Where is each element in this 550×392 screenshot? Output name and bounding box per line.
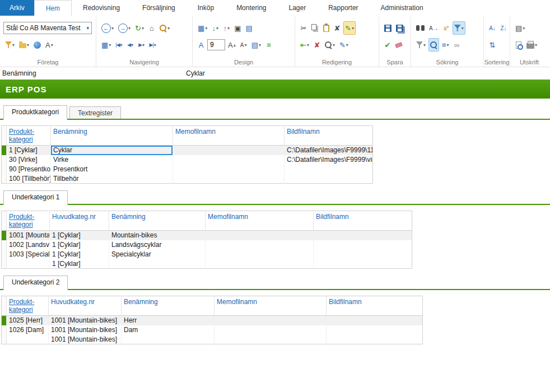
find-button[interactable] [414,21,426,35]
cell-benamning[interactable]: Virke [51,155,173,165]
cell-produktkategori[interactable] [7,335,49,344]
split-panel-button[interactable]: ▤ [244,21,254,35]
cell-huvudkategnr[interactable]: 1001 [Mountain-bikes] [49,316,122,325]
cell-benamning-selected[interactable]: Cyklar [51,146,173,155]
cell-memofilnamn[interactable] [215,325,327,335]
menu-forsaljning[interactable]: Försäljning [131,0,187,16]
row-marker[interactable] [2,155,7,165]
cell-memofilnamn[interactable] [206,240,314,250]
row-marker[interactable] [2,231,7,240]
cell-produktkategori[interactable]: 100 [Tillbehör] [7,174,51,184]
column-down-button[interactable]: ↓▾ [210,21,220,35]
column-header-produktkategori[interactable]: Produkt-kategori [7,211,50,231]
menu-hem[interactable]: Hem [34,0,72,16]
sort-ascending-button[interactable]: A↓ [487,21,497,35]
row-marker[interactable] [2,259,7,269]
refresh-button[interactable]: ↻▾ [133,21,146,35]
cell-huvudkategnr[interactable]: 1001 [Mountain-bikes] [49,325,122,335]
cell-bildfilnamn[interactable]: C:\Datafiler\Images\F9999\11. [285,146,373,155]
find-edit-button[interactable]: ▾ [323,38,337,52]
cell-bildfilnamn[interactable] [314,240,412,250]
back-button[interactable]: ←▾ [100,21,115,35]
cell-huvudkategnr[interactable]: 1 [Cyklar] [50,250,109,259]
paste-button[interactable] [321,21,331,35]
column-header-produktkategori[interactable]: Produkt-kategori [7,296,49,316]
cell-produktkategori[interactable]: 90 [Presentkor [7,165,51,174]
discard-button[interactable] [394,38,404,52]
save-all-button[interactable] [394,21,405,35]
wildcard-button[interactable]: a* [441,21,451,35]
cell-memofilnamn[interactable] [173,174,285,184]
cell-benamning[interactable]: Presentkort [51,165,173,174]
cell-produktkategori[interactable]: 1003 [Specialc [7,250,50,259]
first-record-button[interactable]: |◀▾ [114,38,124,52]
cell-bildfilnamn[interactable] [314,250,412,259]
row-marker[interactable] [2,325,7,335]
column-header-bildfilnamn[interactable]: Bildfilnamn [314,211,412,231]
layout-button[interactable]: ▤▾ [250,38,263,52]
cell-produktkategori[interactable] [7,259,50,269]
cell-huvudkategnr[interactable]: 1 [Cyklar] [50,259,109,269]
cell-memofilnamn[interactable] [206,250,314,259]
cell-bildfilnamn[interactable] [327,335,423,344]
menu-redovisning[interactable]: Redovisning [72,0,131,16]
forward-button[interactable]: →▾ [116,21,132,35]
column-header-bildfilnamn[interactable]: Bildfilnamn [285,126,373,146]
previous-record-button[interactable]: ◀▾ [125,38,136,52]
print-button[interactable]: ▾ [525,38,539,52]
column-header-benamning[interactable]: Benämning [122,296,215,316]
cell-produktkategori[interactable]: 1001 [Mountai [7,231,50,240]
search-button[interactable] [428,38,439,52]
menu-administration[interactable]: Administration [370,0,435,16]
cell-bildfilnamn[interactable] [327,316,423,325]
cell-benamning[interactable]: Tillbehör [51,174,173,184]
tab-textregister[interactable]: Textregister [69,106,121,119]
filter-list-button[interactable]: ≡▾ [440,38,451,52]
cell-produktkategori[interactable]: 1002 [Landsvä [7,240,50,250]
column-header-huvudkategnr[interactable]: Huvudkateg.nr [50,211,109,231]
find-next-button[interactable]: A→ [427,21,440,35]
cell-huvudkategnr[interactable]: 1 [Cyklar] [50,240,109,250]
company-filter-button[interactable]: ▾ [3,38,16,52]
cell-bildfilnamn[interactable] [314,231,412,240]
cell-memofilnamn[interactable] [206,259,314,269]
font-size-input[interactable] [207,39,225,50]
row-marker[interactable] [2,174,7,184]
cell-memofilnamn[interactable] [206,231,314,240]
menu-lager[interactable]: Lager [278,0,318,16]
tab-underkategori-2[interactable]: Underkategori 2 [3,276,68,290]
company-selector[interactable]: Stål Co AB Maventa Test ▾ [3,22,92,34]
cell-memofilnamn[interactable] [173,165,285,174]
cell-bildfilnamn[interactable] [327,325,423,335]
spell-check-button[interactable]: A▾ [44,38,55,52]
home-button[interactable]: ⌂ [147,21,157,35]
cell-bildfilnamn[interactable] [314,259,412,269]
confirm-button[interactable]: ✔ [383,38,393,52]
insert-record-button[interactable]: ⇤▾ [299,38,311,52]
row-marker[interactable] [2,316,7,325]
pen-button[interactable]: ✎▾ [338,38,350,52]
link-button[interactable]: ∞ [452,38,462,52]
delete-record-button[interactable]: ✘ [312,38,322,52]
cell-bildfilnamn[interactable] [285,165,373,174]
cell-huvudkategnr[interactable]: 1 [Cyklar] [50,231,109,240]
cell-benamning[interactable] [109,259,206,269]
menu-inkop[interactable]: Inköp [187,0,225,16]
table-design-button[interactable]: ▦▾ [196,21,209,35]
cell-huvudkategnr[interactable]: 1001 [Mountain-bikes] [49,335,122,344]
cell-produktkategori[interactable]: 1026 [Dam] [7,325,49,335]
cell-benamning[interactable]: Herr [122,316,215,325]
row-marker[interactable] [2,146,7,155]
tab-produktkategori[interactable]: Produktkategori [3,105,67,120]
menu-arkiv[interactable]: Arkiv [0,0,34,16]
delete-button[interactable]: ✘ [332,21,342,35]
next-record-button[interactable]: ▶▾ [137,38,147,52]
column-header-produktkategori[interactable]: Produkt-kategori [7,126,51,146]
zoom-window-button[interactable]: ▾ [158,21,171,35]
row-marker[interactable] [2,335,7,344]
last-record-button[interactable]: ▶|▾ [148,38,158,52]
save-button[interactable] [383,21,393,35]
cell-memofilnamn[interactable] [215,335,327,344]
company-folder-button[interactable]: ▾ [17,38,31,52]
cell-benamning[interactable]: Dam [122,325,215,335]
